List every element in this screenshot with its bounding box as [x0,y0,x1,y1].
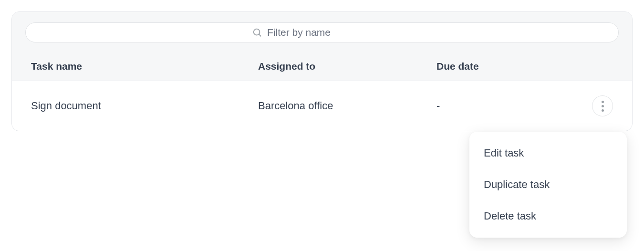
cell-assigned-to: Barcelona office [258,100,436,112]
header-due-date: Due date [436,61,584,72]
svg-line-1 [259,34,261,36]
task-table-card: Task name Assigned to Due date Sign docu… [11,11,633,131]
row-actions-menu: Edit task Duplicate task Delete task [469,132,627,238]
menu-item-edit-task[interactable]: Edit task [469,137,627,169]
header-actions [584,61,613,72]
filter-input-container[interactable] [25,22,619,42]
table-row: Sign document Barcelona office - [12,81,632,131]
cell-task-name: Sign document [31,100,258,112]
search-icon [252,27,262,38]
menu-item-delete-task[interactable]: Delete task [469,200,627,232]
header-assigned-to: Assigned to [258,61,436,72]
more-vertical-icon [602,101,604,112]
svg-point-0 [254,29,260,35]
cell-due-date: - [436,100,584,112]
row-actions-button[interactable] [592,95,613,116]
filter-input[interactable] [267,27,392,38]
cell-actions [584,95,613,116]
header-task-name: Task name [31,61,258,72]
table-header-row: Task name Assigned to Due date [12,53,632,81]
filter-bar [12,12,632,53]
menu-item-duplicate-task[interactable]: Duplicate task [469,169,627,200]
